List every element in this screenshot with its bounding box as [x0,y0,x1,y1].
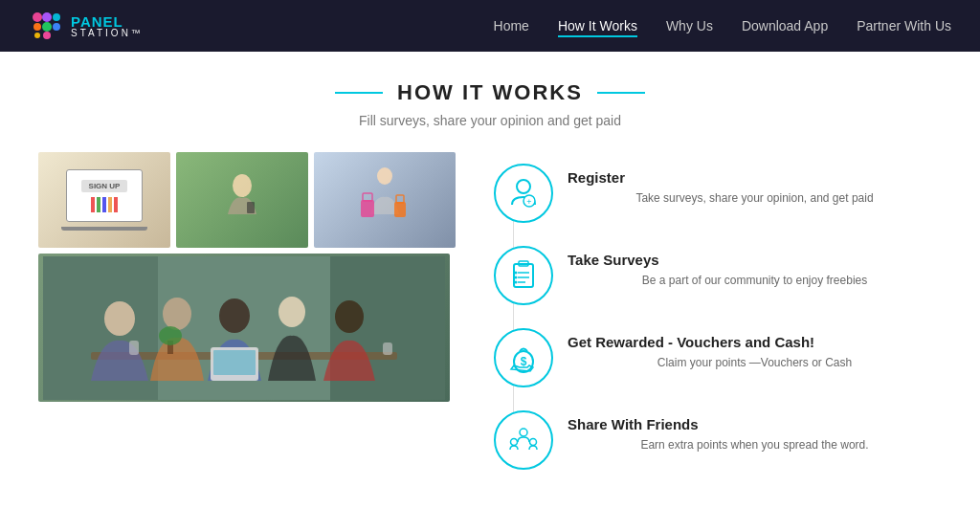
svg-point-2 [53,13,60,21]
nav-item-home[interactable]: Home [494,17,529,34]
nav-link-home[interactable]: Home [494,18,529,33]
svg-point-6 [34,33,40,38]
step-reward-desc: Claim your points —Vouchers or Cash [568,354,942,371]
images-column: SIGN UP [38,152,456,402]
svg-point-20 [163,298,191,330]
svg-point-22 [278,297,305,327]
svg-point-45 [530,439,537,446]
svg-rect-33 [514,264,533,287]
signup-label: SIGN UP [81,180,128,192]
person-icon: + [506,176,541,210]
image-phone-girl [176,152,308,248]
register-icon-circle: + [494,164,553,223]
step-take-surveys: Take Surveys Be a part of our community … [494,234,942,317]
svg-point-40 [515,281,518,284]
svg-point-21 [219,298,250,333]
image-shopping-girl [314,152,456,248]
svg-point-19 [104,301,135,336]
section-title: HOW IT WORKS [397,80,583,105]
nav-item-partner[interactable]: Partner With Us [857,17,951,34]
step-surveys-title: Take Surveys [568,252,942,268]
svg-rect-25 [213,350,256,375]
svg-point-4 [42,22,52,32]
section-subtitle: Fill surveys, share your opinion and get… [38,113,942,128]
step-share-text: Share With Friends Earn extra points whe… [568,410,942,453]
step-reward-text: Get Rewarded - Vouchers and Cash! Claim … [568,328,942,371]
step-share-title: Share With Friends [568,416,942,432]
images-top-row: SIGN UP [38,152,456,248]
image-group-people [38,254,450,402]
shopping-girl-svg [342,157,428,243]
svg-rect-9 [247,202,255,213]
clipboard-icon [506,258,541,293]
svg-point-1 [42,12,52,22]
section-line-right [597,92,645,94]
svg-point-10 [377,167,392,185]
svg-text:+: + [526,197,531,207]
svg-rect-13 [394,202,406,217]
svg-rect-11 [361,200,374,217]
group-svg [43,256,445,400]
step-register-text: Register Take surveys, share your opinio… [568,164,942,207]
step-register-title: Register [568,169,942,186]
svg-text:$: $ [521,355,527,368]
logo[interactable]: PANEL STATION™ [29,9,144,43]
svg-point-43 [520,429,527,436]
logo-panel-text: PANEL [71,14,144,29]
svg-point-7 [43,32,51,39]
logo-text: PANEL STATION™ [71,14,144,38]
svg-point-3 [33,23,41,31]
share-friends-icon [506,423,541,457]
reward-icon-circle: $ [494,328,553,387]
svg-rect-12 [363,193,372,201]
main-content: HOW IT WORKS Fill surveys, share your op… [0,52,980,500]
step-register-desc: Take surveys, share your opinion, and ge… [568,189,942,207]
logo-station-text: STATION™ [71,29,144,38]
navbar: PANEL STATION™ Home How It Works Why Us … [0,0,980,52]
logo-icon [29,9,63,43]
step-get-rewarded: $ Get Rewarded - Vouchers and Cash! Clai… [494,317,942,399]
content-area: SIGN UP [38,152,942,481]
svg-rect-27 [383,342,392,355]
step-surveys-desc: Be a part of our community to enjoy free… [568,272,942,289]
section-line-left [335,92,383,94]
svg-point-23 [335,300,364,333]
section-header-line: HOW IT WORKS [38,80,942,105]
nav-link-download-app[interactable]: Download App [742,18,828,33]
nav-link-how-it-works[interactable]: How It Works [558,18,637,37]
svg-rect-26 [129,341,139,355]
svg-point-44 [511,439,518,446]
svg-rect-14 [396,195,404,203]
nav-item-download-app[interactable]: Download App [742,17,828,34]
step-share-desc: Earn extra points when you spread the wo… [568,436,942,453]
nav-item-how-it-works[interactable]: How It Works [558,17,637,34]
money-bag-icon: $ [506,341,541,375]
surveys-icon-circle [494,246,553,305]
share-icon-circle [494,410,553,470]
svg-point-0 [33,12,42,22]
step-register: + Register Take surveys, share your opin… [494,152,942,234]
svg-point-5 [53,23,60,31]
step-share-friends: Share With Friends Earn extra points whe… [494,399,942,481]
steps-column: + Register Take surveys, share your opin… [484,152,942,481]
nav-item-why-us[interactable]: Why Us [666,17,713,34]
nav-links: Home How It Works Why Us Download App Pa… [494,17,951,34]
svg-point-29 [159,326,182,345]
svg-point-38 [515,272,518,275]
step-reward-title: Get Rewarded - Vouchers and Cash! [568,334,942,350]
svg-point-30 [517,180,530,193]
section-header: HOW IT WORKS Fill surveys, share your op… [38,80,942,128]
phone-girl-svg [204,162,280,238]
image-signup: SIGN UP [38,152,170,248]
nav-link-why-us[interactable]: Why Us [666,18,713,33]
nav-link-partner[interactable]: Partner With Us [857,18,951,33]
step-surveys-text: Take Surveys Be a part of our community … [568,246,942,289]
svg-point-8 [233,174,252,197]
svg-point-39 [515,276,518,279]
